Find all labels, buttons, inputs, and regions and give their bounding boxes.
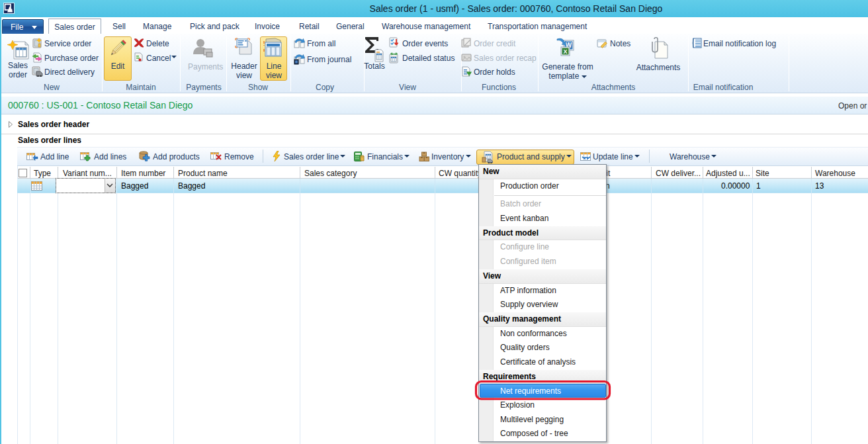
svg-text:X: X <box>563 48 567 55</box>
